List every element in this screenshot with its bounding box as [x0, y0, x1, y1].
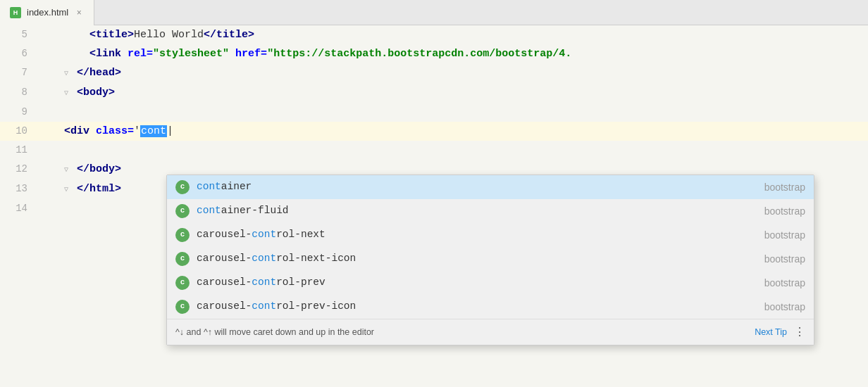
- item-label-2: carousel-control-next: [197, 227, 764, 243]
- item-label-5: carousel-control-prev-icon: [197, 298, 764, 315]
- item-source-4: bootstrap: [764, 275, 805, 291]
- line-content-6: <link rel="stylesheet" href="https://sta…: [39, 45, 868, 63]
- tab-filename: index.html: [27, 7, 68, 18]
- item-source-3: bootstrap: [764, 251, 805, 267]
- tab-file-icon: H: [10, 7, 21, 18]
- item-label-1: container-fluid: [197, 203, 764, 219]
- line-content-8: ▽<body>: [39, 84, 868, 103]
- line-number-13: 13: [0, 179, 39, 198]
- line-number-9: 9: [0, 103, 39, 121]
- line-content-10: <div class='cont|: [39, 122, 868, 141]
- code-line-11: 11: [0, 141, 868, 160]
- line-number-12: 12: [0, 160, 39, 178]
- item-icon-0: c: [175, 180, 190, 194]
- code-line-5: 5 <title>Hello World</title>: [0, 25, 868, 44]
- tab-bar: H index.html ×: [0, 0, 868, 25]
- item-icon-5: c: [175, 300, 190, 314]
- line-number-5: 5: [0, 25, 39, 44]
- autocomplete-dropdown: c container bootstrap c container-fluid …: [166, 175, 814, 345]
- line-number-7: 7: [0, 63, 39, 82]
- code-line-9: 9: [0, 103, 868, 122]
- autocomplete-item-0[interactable]: c container bootstrap: [167, 175, 814, 199]
- code-line-8: 8 ▽<body>: [0, 83, 868, 103]
- item-icon-2: c: [175, 228, 190, 242]
- tab-index-html[interactable]: H index.html ×: [0, 0, 94, 25]
- item-label-3: carousel-control-next-icon: [197, 250, 764, 267]
- autocomplete-item-4[interactable]: c carousel-control-prev bootstrap: [167, 271, 814, 295]
- line-number-14: 14: [0, 199, 39, 217]
- item-label-4: carousel-control-prev: [197, 274, 764, 291]
- item-icon-1: c: [175, 204, 190, 218]
- tab-close-button[interactable]: ×: [74, 8, 84, 18]
- autocomplete-footer: ^↓ and ^↑ will move caret down and up in…: [167, 319, 814, 345]
- line-content-9: [39, 103, 868, 122]
- item-source-1: bootstrap: [764, 203, 805, 219]
- autocomplete-item-5[interactable]: c carousel-control-prev-icon bootstrap: [167, 295, 814, 319]
- code-line-6: 6 <link rel="stylesheet" href="https://s…: [0, 44, 868, 63]
- item-icon-4: c: [175, 276, 190, 290]
- item-source-5: bootstrap: [764, 299, 805, 315]
- code-line-10[interactable]: 10 <div class='cont|: [0, 122, 868, 141]
- item-source-2: bootstrap: [764, 227, 805, 243]
- line-content-11: [39, 141, 868, 160]
- autocomplete-item-2[interactable]: c carousel-control-next bootstrap: [167, 223, 814, 247]
- line-number-10: 10: [0, 122, 39, 140]
- line-content-7: ▽</head>: [39, 64, 868, 83]
- line-content-5: <title>Hello World</title>: [39, 26, 868, 44]
- item-icon-3: c: [175, 252, 190, 266]
- more-options-button[interactable]: ⋮: [794, 323, 805, 341]
- next-tip-button[interactable]: Next Tip: [755, 325, 787, 339]
- item-source-0: bootstrap: [764, 179, 805, 195]
- line-number-11: 11: [0, 141, 39, 159]
- autocomplete-item-1[interactable]: c container-fluid bootstrap: [167, 199, 814, 223]
- line-number-6: 6: [0, 44, 39, 63]
- line-number-8: 8: [0, 83, 39, 101]
- footer-hint: ^↓ and ^↑ will move caret down and up in…: [175, 325, 755, 339]
- autocomplete-item-3[interactable]: c carousel-control-next-icon bootstrap: [167, 247, 814, 271]
- code-line-7: 7 ▽</head>: [0, 63, 868, 83]
- editor-area: 5 <title>Hello World</title> 6 <link rel…: [0, 25, 868, 218]
- item-label-0: container: [197, 179, 764, 195]
